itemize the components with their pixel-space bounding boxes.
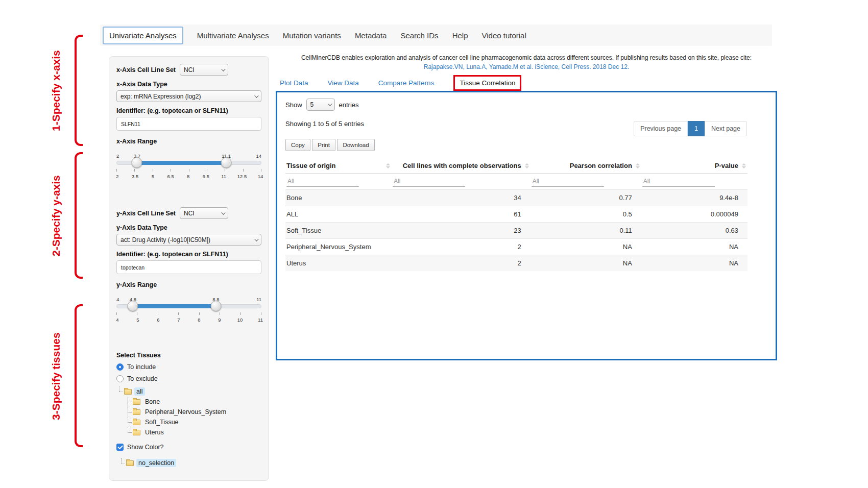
chevron-down-icon [254,93,258,97]
table-row[interactable]: Bone 34 0.77 9.4e-8 [285,190,748,206]
sort-icon[interactable] [742,163,746,168]
tree-node-bone[interactable]: Bone [143,398,162,406]
annotation-step1-label: 1-Specify x-axis [50,38,62,143]
y-identifier-label: Identifier: (e.g. topotecan or SLFN11) [116,251,261,258]
x-range-handle-high[interactable] [221,157,232,168]
radio-unselected-icon [116,375,124,382]
y-range-handle-low[interactable] [128,301,138,311]
entries-label: entries [339,101,359,109]
x-cell-line-set-value: NCI [184,66,195,74]
chevron-down-icon [221,67,225,71]
x-range-min: 2 [116,153,119,159]
tree-node-peripheral-nervous-system[interactable]: Peripheral_Nervous_System [143,408,228,416]
table-row[interactable]: Peripheral_Nervous_System 2 NA NA [285,239,748,255]
cell-count: 34 [392,190,531,206]
cell-count: 2 [392,239,531,255]
previous-page-button[interactable]: Previous page [634,121,688,136]
tab-video-tutorial[interactable]: Video tutorial [481,31,526,40]
copy-button[interactable]: Copy [285,139,310,151]
filter-pearson-input[interactable] [532,176,604,187]
y-range-handle-high[interactable] [210,301,221,311]
cell-tissue: Soft_Tissue [285,223,392,239]
cell-tissue: Peripheral_Nervous_System [285,239,392,255]
x-data-type-select[interactable]: exp: mRNA Expression (log2) [116,90,261,102]
tree-node-uterus[interactable]: Uterus [143,428,166,436]
cell-correlation: 0.77 [531,190,641,206]
page-number-button[interactable]: 1 [688,121,705,136]
table-row[interactable]: Uterus 2 NA NA [285,255,748,272]
x-range-label: x-Axis Range [116,138,261,145]
y-data-type-value: act: Drug Activity (-log10[IC50M]) [120,236,210,243]
radio-to-exclude[interactable]: To exclude [116,375,261,382]
annotation-step2-label: 2-Specify y-axis [50,156,62,276]
x-range-fill [137,161,226,165]
to-exclude-label: To exclude [127,375,158,382]
cell-pvalue: NA [641,255,748,272]
cell-count: 23 [392,223,531,239]
y-range-max: 11 [256,297,261,302]
subtab-tissue-correlation[interactable]: Tissue Correlation [453,75,521,91]
pagination: Previous page 1 Next page [634,121,747,136]
cell-pvalue: 0.000049 [641,206,748,223]
y-cell-line-set-select[interactable]: NCI [180,207,228,219]
entries-select[interactable]: 5 [306,99,335,111]
chevron-down-icon [328,102,332,106]
tree-connector [118,458,125,468]
subtab-plot-data[interactable]: Plot Data [280,79,308,87]
sort-icon[interactable] [636,163,640,168]
tab-univariate-analyses[interactable]: Univariate Analyses [103,27,183,44]
citation-link[interactable]: Rajapakse.VN, Luna.A, Yamade.M et al. iS… [276,63,777,70]
x-identifier-input[interactable] [116,117,261,131]
x-range-tick-labels: 23.556.589.51112.514 [113,174,264,179]
y-identifier-input[interactable] [116,260,261,274]
tab-help[interactable]: Help [452,31,468,40]
subtab-view-data[interactable]: View Data [328,79,359,87]
tab-mutation-variants[interactable]: Mutation variants [283,31,341,40]
radio-to-include[interactable]: To include [116,363,261,371]
cell-tissue: Bone [285,190,392,206]
radio-selected-icon [116,363,124,371]
correlation-table: Tissue of origin Cell lines with complet… [285,158,748,271]
next-page-button[interactable]: Next page [705,121,747,136]
column-header-pvalue[interactable]: P-value [641,158,748,174]
table-filter-row [285,174,748,190]
sort-icon[interactable] [525,163,529,168]
y-cell-line-set-label: y-Axis Cell Line Set [116,210,176,217]
panel-inner: Show 5 entries Showing 1 to 5 of 5 entri… [277,92,755,277]
cell-count: 61 [392,206,531,223]
y-data-type-select[interactable]: act: Drug Activity (-log10[IC50M]) [116,234,261,246]
cell-correlation: 0.11 [531,223,641,239]
chevron-down-icon [221,210,225,214]
filter-tissue-input[interactable] [286,176,359,187]
tree-connector [125,407,132,417]
table-row[interactable]: Soft_Tissue 23 0.11 0.63 [285,223,748,239]
x-cell-line-set-select[interactable]: NCI [180,64,228,76]
filter-pvalue-input[interactable] [642,176,715,187]
x-range-slider: 2 3.7 11.1 14 23.556.589.51112.514 [116,153,261,185]
column-header-pearson[interactable]: Pearson correlation [531,158,641,174]
tab-metadata[interactable]: Metadata [355,31,387,40]
tree-connector [125,417,132,427]
column-header-tissue[interactable]: Tissue of origin [285,158,392,174]
cell-count: 2 [392,255,531,272]
show-color-checkbox[interactable]: Show Color? [116,444,261,451]
cell-correlation: NA [531,239,641,255]
annotation-bracket-2 [75,152,83,279]
cell-pvalue: NA [641,239,748,255]
download-button[interactable]: Download [337,139,374,151]
filter-cell-lines-input[interactable] [393,176,465,187]
table-row[interactable]: ALL 61 0.5 0.000049 [285,206,748,223]
column-header-cell-lines[interactable]: Cell lines with complete observations [392,158,531,174]
tree-node-soft-tissue[interactable]: Soft_Tissue [143,418,181,426]
sort-icon[interactable] [386,163,390,168]
x-range-handle-low[interactable] [132,157,142,168]
tree-node-all[interactable]: all [134,387,145,396]
tab-search-ids[interactable]: Search IDs [400,31,438,40]
print-button[interactable]: Print [312,139,335,151]
cell-correlation: 0.5 [531,206,641,223]
tree-node-no-selection[interactable]: no_selection [136,459,176,467]
folder-icon [126,460,134,466]
tab-multivariate-analyses[interactable]: Multivariate Analyses [197,31,269,40]
subtab-compare-patterns[interactable]: Compare Patterns [378,79,435,87]
x-data-type-value: exp: mRNA Expression (log2) [120,93,201,100]
